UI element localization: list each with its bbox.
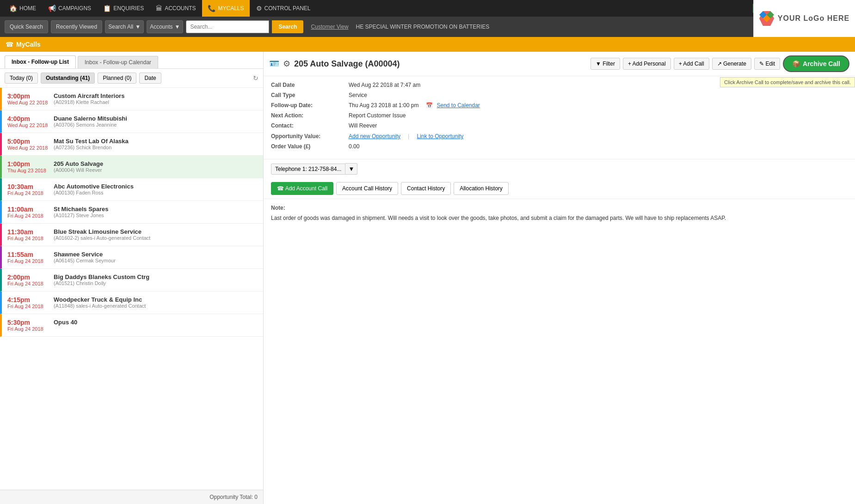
search-all-dropdown[interactable]: Search All ▼ <box>105 20 144 33</box>
refresh-icon[interactable]: ↻ <box>253 74 258 82</box>
list-item[interactable]: 11:30am Fri Aug 24 2018 Blue Streak Limo… <box>0 224 263 246</box>
call-type-value: Service <box>349 92 367 98</box>
next-action-value: Report Customer Issue <box>349 112 406 119</box>
nav-home-label: HOME <box>19 5 36 12</box>
right-panel: 🪪 ⚙ 205 Auto Salvage (A00004) ▼ Filter +… <box>264 52 855 504</box>
promotion-text: HE SPECIAL WINTER PROMOTION ON BATTERIES <box>356 24 490 30</box>
add-call-btn[interactable]: + Add Call <box>674 58 709 70</box>
recently-viewed-button[interactable]: Recently Viewed <box>51 20 102 33</box>
list-item[interactable]: 1:00pm Thu Aug 23 2018 205 Auto Salvage … <box>0 156 263 178</box>
tabs-row: Inbox - Follow-up List Inbox - Follow-up… <box>0 52 263 69</box>
filter-date[interactable]: Date <box>139 73 161 84</box>
list-item[interactable]: 11:55am Fri Aug 24 2018 Shawnee Service … <box>0 246 263 269</box>
call-details: St Michaels Spares (A10127) Steve Jones <box>54 206 258 218</box>
account-call-history-button[interactable]: Account Call History <box>336 182 398 195</box>
allocation-history-button[interactable]: Allocation History <box>454 182 509 195</box>
archive-icon: 📦 <box>792 60 800 67</box>
call-time: 2:00pm Fri Aug 24 2018 <box>7 273 54 286</box>
calendar-icon: 📅 <box>426 102 433 109</box>
customer-view-link[interactable]: Customer View <box>311 24 348 30</box>
call-details: Mat Su Test Lab Of Alaska (A07236) Schic… <box>54 138 258 150</box>
add-opportunity-link[interactable]: Add new Opportunity <box>349 133 400 140</box>
call-time-main: 5:00pm <box>7 138 54 145</box>
nav-accounts[interactable]: 🏛 ACCOUNTS <box>150 0 201 17</box>
opp-value-row: Opportunity Value: Add new Opportunity |… <box>271 133 848 140</box>
logo-text: YOUR LoGo HERE <box>778 14 849 23</box>
quick-search-button[interactable]: Quick Search <box>5 20 48 33</box>
call-name: Opus 40 <box>54 319 258 326</box>
add-personal-btn[interactable]: + Add Personal <box>623 58 671 70</box>
list-item[interactable]: 4:00pm Wed Aug 22 2018 Duane Salerno Mit… <box>0 110 263 133</box>
filter-today[interactable]: Today (0) <box>5 73 38 84</box>
call-name: Duane Salerno Mitsubishi <box>54 115 258 122</box>
archive-call-button[interactable]: 📦 Archive Call <box>783 55 849 72</box>
call-details: Custom Aircraft Interiors (A02918) Klett… <box>54 92 258 105</box>
call-time-main: 11:55am <box>7 251 54 258</box>
list-item[interactable]: 4:15pm Fri Aug 24 2018 Woodpecker Truck … <box>0 291 263 314</box>
call-time-main: 1:00pm <box>7 160 54 168</box>
filter-btn[interactable]: ▼ Filter <box>591 58 620 70</box>
call-time: 10:30am Fri Aug 24 2018 <box>7 183 54 196</box>
call-name: Big Daddys Blaneks Custom Ctrg <box>54 273 258 280</box>
mycalls-icon: 📞 <box>208 5 215 12</box>
send-to-calendar-link[interactable]: Send to Calendar <box>437 102 480 109</box>
contact-row: Contact: Will Reever <box>271 122 848 129</box>
contact-value: Will Reever <box>349 122 377 129</box>
enquiries-icon: 📋 <box>103 5 111 12</box>
contact-label: Contact: <box>271 122 345 129</box>
tab-inbox-followup-list[interactable]: Inbox - Follow-up List <box>5 55 76 68</box>
nav-home[interactable]: 🏠 HOME <box>4 0 42 17</box>
account-title: 205 Auto Salvage (A00004) <box>294 59 400 69</box>
call-meta: (A10127) Steve Jones <box>54 213 258 218</box>
call-meta: (A00130) Faden Ross <box>54 190 258 195</box>
call-time: 4:00pm Wed Aug 22 2018 <box>7 115 54 128</box>
call-date-value: Wed Aug 22 2018 at 7:47 am <box>349 82 420 88</box>
add-account-call-button[interactable]: ☎ Add Account Call <box>271 182 333 195</box>
filter-outstanding[interactable]: Outstanding (41) <box>41 73 95 84</box>
logo-diamond-icon <box>759 11 774 26</box>
call-details: Woodpecker Truck & Equip Inc (A11848) sa… <box>54 296 258 309</box>
call-meta: (A02918) Klette Rachael <box>54 99 258 105</box>
call-time-date: Fri Aug 24 2018 <box>7 190 54 196</box>
call-time-date: Wed Aug 22 2018 <box>7 145 54 151</box>
search-bar: Quick Search Recently Viewed Search All … <box>0 17 855 37</box>
generate-btn[interactable]: ↗ Generate <box>712 58 751 70</box>
call-time-date: Fri Aug 24 2018 <box>7 236 54 241</box>
call-type-label: Call Type <box>271 92 345 98</box>
notes-section: Note: Last order of goods was damaged in… <box>264 199 855 504</box>
order-value: 0.00 <box>349 143 359 150</box>
edit-btn[interactable]: ✎ Edit <box>754 58 780 70</box>
phone-caret[interactable]: ▼ <box>345 163 357 175</box>
nav-mycalls[interactable]: 📞 MYCALLS <box>202 0 249 17</box>
filter-planned[interactable]: Planned (0) <box>98 73 136 84</box>
tab-inbox-followup-calendar[interactable]: Inbox - Follow-up Calendar <box>78 56 158 68</box>
list-item[interactable]: 5:00pm Wed Aug 22 2018 Mat Su Test Lab O… <box>0 133 263 156</box>
order-value-label: Order Value (£) <box>271 143 345 150</box>
list-item[interactable]: 10:30am Fri Aug 24 2018 Abc Automotive E… <box>0 178 263 201</box>
call-time-main: 3:00pm <box>7 92 54 100</box>
nav-campaigns[interactable]: 📢 CAMPAIGNS <box>43 0 97 17</box>
accounts-dropdown[interactable]: Accounts ▼ <box>147 20 183 33</box>
call-time-date: Fri Aug 24 2018 <box>7 213 54 219</box>
nav-enquiries[interactable]: 📋 ENQUIRIES <box>98 0 149 17</box>
call-details: Blue Streak Limousine Service (A01602-2)… <box>54 228 258 241</box>
search-all-label: Search All <box>108 24 133 30</box>
call-name: Mat Su Test Lab Of Alaska <box>54 138 258 145</box>
home-icon: 🏠 <box>9 5 17 12</box>
link-to-opportunity-link[interactable]: Link to Opportunity <box>417 133 463 140</box>
call-time-date: Thu Aug 23 2018 <box>7 168 54 173</box>
contact-history-button[interactable]: Contact History <box>401 182 451 195</box>
account-card-icon: 🪪 <box>269 59 279 69</box>
order-value-row: Order Value (£) 0.00 <box>271 143 848 150</box>
right-header-left: 🪪 ⚙ 205 Auto Salvage (A00004) <box>269 59 400 69</box>
list-item[interactable]: 3:00pm Wed Aug 22 2018 Custom Aircraft I… <box>0 88 263 110</box>
list-item[interactable]: 11:00am Fri Aug 24 2018 St Michaels Spar… <box>0 201 263 224</box>
search-button[interactable]: Search <box>272 20 303 33</box>
nav-controlpanel[interactable]: ⚙ CONTROL PANEL <box>251 0 316 17</box>
call-details: Big Daddys Blaneks Custom Ctrg (A01521) … <box>54 273 258 286</box>
list-item[interactable]: 2:00pm Fri Aug 24 2018 Big Daddys Blanek… <box>0 269 263 291</box>
call-time: 11:55am Fri Aug 24 2018 <box>7 251 54 264</box>
list-item[interactable]: 5:30pm Fri Aug 24 2018 Opus 40 <box>0 314 263 337</box>
followup-date-value: Thu Aug 23 2018 at 1:00 pm <box>349 102 418 109</box>
search-input[interactable] <box>186 20 269 33</box>
